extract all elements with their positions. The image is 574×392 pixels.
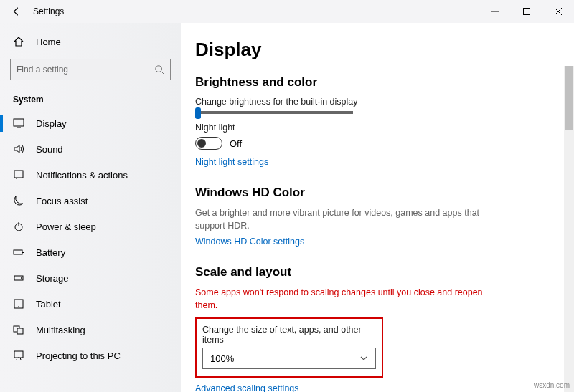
svg-rect-1 — [524, 9, 530, 15]
tablet-icon — [13, 298, 24, 310]
sidebar-item-label: Battery — [36, 247, 65, 258]
night-light-state: Off — [230, 138, 242, 149]
content-area: Display Brightness and color Change brig… — [181, 23, 574, 392]
maximize-button[interactable] — [511, 0, 542, 23]
titlebar: Settings — [0, 0, 574, 23]
scrollbar[interactable] — [564, 66, 574, 392]
sound-icon — [13, 143, 24, 155]
sidebar-item-label: Notifications & actions — [36, 170, 128, 181]
svg-point-15 — [18, 306, 19, 307]
search-icon — [154, 64, 164, 75]
focus-assist-icon — [13, 195, 24, 206]
advanced-scaling-link[interactable]: Advanced scaling settings — [195, 383, 560, 392]
sidebar-item-label: Tablet — [36, 299, 61, 310]
scale-dropdown[interactable]: 100% — [202, 348, 376, 369]
sidebar-item-focus-assist[interactable]: Focus assist — [0, 188, 181, 214]
sidebar-item-sound[interactable]: Sound — [0, 136, 181, 162]
projecting-icon — [13, 350, 24, 361]
sidebar-item-projecting[interactable]: Projecting to this PC — [0, 343, 181, 368]
chevron-down-icon — [359, 354, 368, 363]
home-label: Home — [36, 37, 61, 47]
category-label: System — [0, 90, 181, 110]
home-icon — [13, 36, 24, 47]
scale-size-label: Change the size of text, apps, and other… — [202, 325, 376, 345]
svg-rect-4 — [14, 119, 24, 126]
hdcolor-desc: Get a brighter and more vibrant picture … — [195, 207, 497, 232]
highlighted-setting: Change the size of text, apps, and other… — [195, 317, 383, 378]
svg-point-2 — [156, 66, 162, 72]
sidebar-item-label: Projecting to this PC — [36, 350, 121, 361]
sidebar: Home Find a setting System Display Sound… — [0, 23, 181, 392]
scale-value: 100% — [210, 353, 234, 364]
home-link[interactable]: Home — [0, 29, 181, 54]
sidebar-item-label: Power & sleep — [36, 221, 96, 232]
sidebar-item-tablet[interactable]: Tablet — [0, 291, 181, 317]
sidebar-item-display[interactable]: Display — [0, 110, 181, 136]
brightness-slider-label: Change brightness for the built-in displ… — [195, 97, 560, 107]
sidebar-item-label: Sound — [36, 144, 63, 155]
display-icon — [13, 118, 24, 129]
svg-rect-18 — [14, 351, 23, 358]
notifications-icon — [13, 169, 24, 181]
sidebar-item-label: Display — [36, 118, 67, 129]
search-placeholder: Find a setting — [17, 64, 68, 75]
slider-thumb[interactable] — [195, 107, 201, 119]
power-icon — [13, 221, 24, 232]
sidebar-item-label: Focus assist — [36, 196, 88, 206]
sidebar-item-label: Multitasking — [36, 325, 85, 335]
window-title: Settings — [33, 6, 64, 16]
svg-rect-10 — [14, 250, 22, 254]
scrollbar-thumb[interactable] — [565, 66, 573, 130]
battery-icon — [13, 247, 24, 258]
svg-rect-17 — [17, 328, 23, 334]
night-light-label: Night light — [195, 123, 560, 133]
storage-icon — [13, 272, 24, 284]
scale-heading: Scale and layout — [195, 265, 560, 279]
close-button[interactable] — [542, 0, 574, 23]
sidebar-item-multitasking[interactable]: Multitasking — [0, 317, 181, 343]
watermark: wsxdn.com — [534, 381, 570, 389]
hdcolor-link[interactable]: Windows HD Color settings — [195, 236, 560, 247]
sidebar-item-battery[interactable]: Battery — [0, 239, 181, 265]
svg-rect-11 — [22, 252, 24, 253]
sidebar-item-power-sleep[interactable]: Power & sleep — [0, 214, 181, 239]
scale-warning: Some apps won't respond to scaling chang… — [195, 287, 497, 312]
night-light-settings-link[interactable]: Night light settings — [195, 157, 560, 167]
toggle-knob — [197, 139, 206, 148]
svg-point-13 — [21, 277, 22, 279]
back-button[interactable] — [9, 6, 24, 16]
sidebar-item-notifications[interactable]: Notifications & actions — [0, 162, 181, 188]
brightness-slider[interactable] — [195, 111, 353, 114]
brightness-heading: Brightness and color — [195, 75, 560, 90]
page-title: Display — [195, 39, 560, 61]
multitasking-icon — [13, 324, 24, 335]
svg-rect-6 — [14, 171, 23, 178]
night-light-toggle[interactable] — [195, 137, 222, 150]
svg-line-3 — [161, 72, 164, 75]
minimize-button[interactable] — [479, 0, 511, 23]
hdcolor-heading: Windows HD Color — [195, 186, 560, 200]
sidebar-item-label: Storage — [36, 273, 69, 284]
sidebar-item-storage[interactable]: Storage — [0, 265, 181, 291]
search-input[interactable]: Find a setting — [10, 59, 171, 80]
